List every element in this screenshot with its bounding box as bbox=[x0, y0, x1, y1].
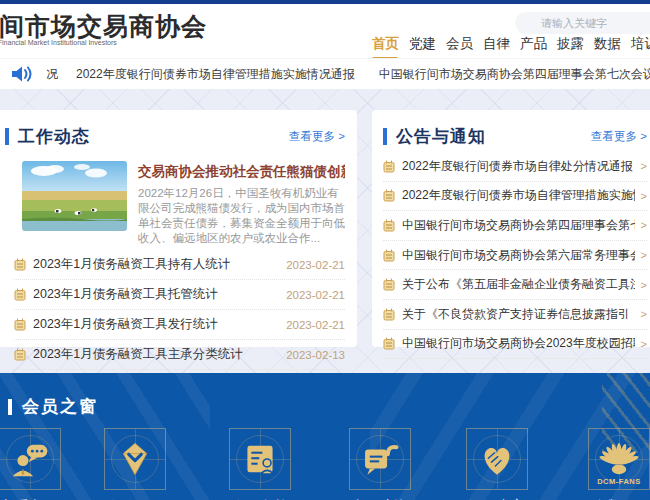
nav-item-training[interactable]: 培训 bbox=[631, 35, 650, 60]
search-input[interactable] bbox=[515, 12, 650, 34]
icon-frame: DCM-FANS bbox=[588, 428, 650, 490]
document-icon bbox=[14, 288, 26, 301]
chevron-right-icon: > bbox=[641, 338, 647, 350]
nav-item-home[interactable]: 首页 bbox=[372, 35, 399, 60]
list-item-date: 2023-02-13 bbox=[286, 349, 345, 361]
list-item-title: 2022年度银行间债券市场自律管理措施实施情况通报 bbox=[402, 187, 635, 204]
member-window-header: 会员之窗 bbox=[8, 395, 98, 418]
peacock-icon bbox=[595, 439, 643, 479]
news-ticker: 况 2022年度银行间债券市场自律管理措施实施情况通报 中国银行间市场交易商协会… bbox=[0, 58, 650, 89]
list-item-title: 2023年1月债务融资工具托管统计 bbox=[33, 286, 278, 303]
icon-frame bbox=[466, 428, 528, 490]
icon-frame bbox=[349, 428, 411, 490]
chevron-right-icon: > bbox=[641, 279, 647, 291]
section-accent-bar bbox=[383, 128, 387, 145]
notice-view-more-link[interactable]: 查看更多 > bbox=[591, 129, 647, 144]
member-item-peacock-dcmfans[interactable]: DCM-FANS 孔雀开屏 bbox=[569, 428, 650, 500]
list-item[interactable]: 2023年1月债务融资工具发行统计 2023-02-21 bbox=[14, 310, 345, 340]
section-accent-bar bbox=[5, 128, 9, 145]
list-item[interactable]: 中国银行间市场交易商协会2023年度校园招聘公告 > bbox=[383, 330, 647, 360]
member-item-feedback[interactable]: 意见建议 bbox=[330, 428, 430, 500]
announcements-card: 公告与通知 查看更多 > 2022年度银行间债券市场自律处分情况通报 > 202… bbox=[372, 110, 650, 347]
list-item[interactable]: 2023年1月债务融资工具持有人统计 2023-02-21 bbox=[14, 250, 345, 280]
document-icon bbox=[383, 160, 395, 173]
nav-item-products[interactable]: 产品 bbox=[520, 35, 547, 60]
speaker-icon bbox=[10, 63, 34, 85]
roster-card-icon bbox=[238, 437, 282, 481]
icon-frame bbox=[104, 428, 166, 490]
list-item-title: 2023年1月债务融资工具主承分类统计 bbox=[33, 346, 278, 363]
list-item-date: 2023-02-21 bbox=[286, 319, 345, 331]
member-item-newbie-entry[interactable]: 新手入口 bbox=[0, 428, 80, 500]
site-header: 中国银行间市场交易商协会 National Association of Fin… bbox=[0, 4, 650, 58]
member-item-member-roster[interactable]: 会员名单 bbox=[210, 428, 310, 500]
featured-news[interactable]: 交易商协会推动社会责任熊猫债创新落地 2022年12月26日，中国圣牧有机奶业有… bbox=[22, 161, 345, 246]
chevron-right-icon: > bbox=[641, 160, 647, 172]
list-item[interactable]: 中国银行间市场交易商协会第四届理事会第七次会议决议 > bbox=[383, 211, 647, 241]
person-chat-icon bbox=[8, 437, 52, 481]
list-item-title: 2023年1月债务融资工具发行统计 bbox=[33, 316, 278, 333]
chevron-right-icon: > bbox=[641, 249, 647, 261]
nav-item-disclosure[interactable]: 披露 bbox=[557, 35, 584, 60]
document-icon bbox=[383, 219, 395, 232]
member-item-mediation-center[interactable]: 调解中心 bbox=[447, 428, 547, 500]
member-window-section: 会员之窗 新手入口 bbox=[0, 373, 650, 500]
document-icon bbox=[14, 318, 26, 331]
list-item[interactable]: 2022年度银行间债券市场自律处分情况通报 > bbox=[383, 152, 647, 182]
document-icon bbox=[383, 278, 395, 291]
chevron-right-icon: > bbox=[641, 308, 647, 320]
section-title: 公告与通知 bbox=[396, 125, 591, 148]
nav-item-party[interactable]: 党建 bbox=[409, 35, 436, 60]
section-title: 会员之窗 bbox=[22, 395, 98, 418]
list-item[interactable]: 中国银行间市场交易商协会第六届常务理事会第二次会议决议 > bbox=[383, 241, 647, 271]
document-icon bbox=[383, 337, 395, 350]
list-item[interactable]: 关于公布《第五届非金融企业债务融资工具注册专家名单》的... > bbox=[383, 270, 647, 300]
featured-title[interactable]: 交易商协会推动社会责任熊猫债创新落地 bbox=[138, 163, 345, 181]
list-item-title: 中国银行间市场交易商协会2023年度校园招聘公告 bbox=[402, 335, 635, 352]
work-dynamics-header: 工作动态 查看更多 > bbox=[0, 110, 357, 148]
list-item-title: 2023年1月债务融资工具持有人统计 bbox=[33, 256, 278, 273]
handshake-heart-icon bbox=[475, 437, 519, 481]
announcements-header: 公告与通知 查看更多 > bbox=[372, 110, 650, 148]
work-list: 2023年1月债务融资工具持有人统计 2023-02-21 2023年1月债务融… bbox=[14, 250, 345, 370]
main-nav: 首页 党建 会员 自律 产品 披露 数据 培训 bbox=[372, 35, 650, 60]
ticker-item-fragment[interactable]: 况 bbox=[46, 66, 58, 83]
work-view-more-link[interactable]: 查看更多 > bbox=[289, 129, 345, 144]
list-item[interactable]: 2023年1月债务融资工具托管统计 2023-02-21 bbox=[14, 280, 345, 310]
section-title: 工作动态 bbox=[18, 125, 289, 148]
featured-summary: 2022年12月26日，中国圣牧有机奶业有限公司完成熊猫债发行，成为国内市场首单… bbox=[138, 186, 345, 246]
featured-image[interactable] bbox=[22, 161, 127, 231]
list-item[interactable]: 2022年度银行间债券市场自律管理措施实施情况通报 > bbox=[383, 182, 647, 212]
ticker-item[interactable]: 2022年度银行间债券市场自律管理措施实施情况通报 bbox=[76, 66, 355, 83]
document-icon bbox=[14, 348, 26, 361]
logo-subtitle: National Association of Financial Market… bbox=[0, 39, 207, 46]
icon-frame bbox=[229, 428, 291, 490]
featured-body: 交易商协会推动社会责任熊猫债创新落地 2022年12月26日，中国圣牧有机奶业有… bbox=[138, 161, 345, 246]
nav-item-data[interactable]: 数据 bbox=[594, 35, 621, 60]
list-item[interactable]: 2023年1月债务融资工具主承分类统计 2023-02-13 bbox=[14, 340, 345, 370]
list-item[interactable]: 关于《不良贷款资产支持证券信息披露指引（修订）》《个人... > bbox=[383, 300, 647, 330]
list-item-date: 2023-02-21 bbox=[286, 289, 345, 301]
feedback-phone-icon bbox=[358, 437, 402, 481]
page: 中国银行间市场交易商协会 National Association of Fin… bbox=[0, 0, 650, 500]
list-item-title: 关于公布《第五届非金融企业债务融资工具注册专家名单》的... bbox=[402, 276, 635, 293]
gem-icon bbox=[113, 437, 157, 481]
ticker-item[interactable]: 中国银行间市场交易商协会第四届理事会第七次会议决议 bbox=[379, 66, 650, 83]
logo-title: 中国银行间市场交易商协会 bbox=[0, 13, 207, 39]
chevron-right-icon: > bbox=[641, 190, 647, 202]
document-icon bbox=[383, 189, 395, 202]
section-accent-bar bbox=[8, 399, 12, 415]
list-item-title: 关于《不良贷款资产支持证券信息披露指引（修订）》《个人... bbox=[402, 306, 635, 323]
member-item-membership-management[interactable]: 会籍管理 bbox=[85, 428, 185, 500]
nav-item-members[interactable]: 会员 bbox=[446, 35, 473, 60]
site-logo[interactable]: 中国银行间市场交易商协会 National Association of Fin… bbox=[0, 13, 207, 46]
chevron-right-icon: > bbox=[641, 219, 647, 231]
nav-item-selfdiscipline[interactable]: 自律 bbox=[483, 35, 510, 60]
document-icon bbox=[383, 249, 395, 262]
dcm-fans-badge: DCM-FANS bbox=[589, 477, 649, 486]
list-item-title: 2022年度银行间债券市场自律处分情况通报 bbox=[402, 158, 635, 175]
document-icon bbox=[14, 258, 26, 271]
document-icon bbox=[383, 308, 395, 321]
icon-frame bbox=[0, 428, 61, 490]
pasture-scene-image bbox=[22, 161, 127, 231]
